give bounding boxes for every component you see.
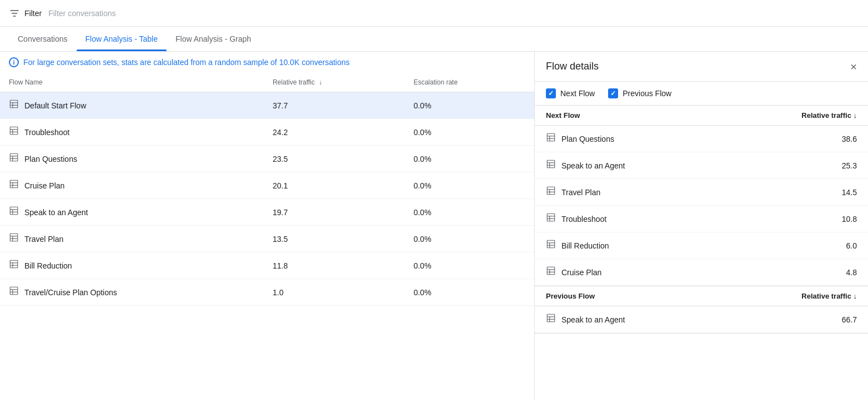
table-row[interactable]: Troubleshoot 24.2 0.0% xyxy=(0,119,534,146)
filter-bar: Filter Filter conversations xyxy=(0,0,868,27)
prev-flow-row-icon xyxy=(546,313,556,326)
col-flow-name: Flow Name xyxy=(0,73,264,92)
next-flow-row-traffic: 6.0 xyxy=(724,232,868,259)
flow-row-name: Speak to an Agent xyxy=(24,208,88,217)
next-flow-name-cell: Travel Plan xyxy=(535,179,724,206)
tab-flow-analysis-graph[interactable]: Flow Analysis - Graph xyxy=(167,27,260,51)
flow-row-traffic: 37.7 xyxy=(264,92,405,119)
flow-row-name: Cruise Plan xyxy=(24,181,64,190)
flow-row-icon xyxy=(9,99,19,112)
flow-row-icon xyxy=(9,259,19,272)
next-flow-name-cell: Plan Questions xyxy=(535,126,724,152)
flow-row-icon xyxy=(9,126,19,138)
tab-flow-analysis-table[interactable]: Flow Analysis - Table xyxy=(77,27,167,51)
checkbox-next-flow-box: ✓ xyxy=(546,88,556,98)
flow-name-cell: Plan Questions xyxy=(0,146,264,172)
col-relative-traffic[interactable]: Relative traffic ↓ xyxy=(264,73,405,92)
flow-row-escalation: 0.0% xyxy=(405,252,534,279)
next-flow-name-cell: Speak to an Agent xyxy=(535,152,724,179)
prev-flow-row[interactable]: Speak to an Agent 66.7 xyxy=(535,306,868,333)
svg-rect-35 xyxy=(547,133,555,141)
info-text: For large conversation sets, stats are c… xyxy=(23,58,350,67)
flow-row-name: Plan Questions xyxy=(24,155,77,163)
next-flow-row-name: Bill Reduction xyxy=(561,241,609,250)
table-row[interactable]: Travel Plan 13.5 0.0% xyxy=(0,226,534,252)
tab-conversations[interactable]: Conversations xyxy=(9,27,77,51)
svg-rect-15 xyxy=(10,180,18,188)
flow-row-name: Troubleshoot xyxy=(24,128,69,137)
next-flow-row[interactable]: Troubleshoot 10.8 xyxy=(535,206,868,232)
svg-rect-11 xyxy=(10,153,18,161)
next-flow-row-name: Troubleshoot xyxy=(561,215,606,224)
flow-row-traffic: 19.7 xyxy=(264,199,405,226)
next-flow-row-traffic: 10.8 xyxy=(724,206,868,232)
flow-row-name: Travel/Cruise Plan Options xyxy=(24,288,117,297)
next-flow-col-traffic: Relative traffic ↓ xyxy=(724,106,868,126)
prev-flow-row-name: Speak to an Agent xyxy=(561,315,625,324)
flow-name-cell: Speak to an Agent xyxy=(0,199,264,226)
details-checkboxes: ✓ Next Flow ✓ Previous Flow xyxy=(535,82,868,106)
prev-flow-col-traffic: Relative traffic ↓ xyxy=(724,286,868,306)
prev-flow-col-name: Previous Flow xyxy=(535,286,724,306)
next-flow-name-cell: Bill Reduction xyxy=(535,232,724,259)
next-flow-row-traffic: 4.8 xyxy=(724,259,868,286)
next-flow-row-name: Cruise Plan xyxy=(561,268,601,277)
next-flow-row-icon xyxy=(546,212,556,225)
next-flow-col-name: Next Flow xyxy=(535,106,724,126)
table-row[interactable]: Speak to an Agent 19.7 0.0% xyxy=(0,199,534,226)
next-flow-row-name: Plan Questions xyxy=(561,135,614,143)
checkbox-previous-flow-box: ✓ xyxy=(608,88,618,98)
flow-row-traffic: 13.5 xyxy=(264,226,405,252)
next-flow-row-traffic: 38.6 xyxy=(724,126,868,152)
svg-rect-27 xyxy=(10,260,18,268)
flow-row-escalation: 0.0% xyxy=(405,119,534,146)
svg-rect-39 xyxy=(547,160,555,168)
prev-flow-sort-arrow: ↓ xyxy=(854,292,857,300)
next-flow-table: Next Flow Relative traffic ↓ Plan xyxy=(535,106,868,286)
table-row[interactable]: Travel/Cruise Plan Options 1.0 0.0% xyxy=(0,279,534,306)
flow-name-cell: Bill Reduction xyxy=(0,252,264,279)
checkbox-next-flow[interactable]: ✓ Next Flow xyxy=(546,88,595,98)
flow-name-cell: Cruise Plan xyxy=(0,172,264,199)
flow-row-icon xyxy=(9,179,19,192)
next-flow-row[interactable]: Plan Questions 38.6 xyxy=(535,126,868,152)
checkbox-previous-flow-label: Previous Flow xyxy=(623,89,671,98)
next-flow-row[interactable]: Bill Reduction 6.0 xyxy=(535,232,868,259)
svg-rect-47 xyxy=(547,214,555,221)
table-row[interactable]: Default Start Flow 37.7 0.0% xyxy=(0,92,534,119)
checkbox-previous-flow[interactable]: ✓ Previous Flow xyxy=(608,88,671,98)
flow-name-cell: Travel/Cruise Plan Options xyxy=(0,279,264,306)
flow-row-name: Travel Plan xyxy=(24,235,63,244)
left-panel: i For large conversation sets, stats are… xyxy=(0,52,535,400)
next-flow-row[interactable]: Speak to an Agent 25.3 xyxy=(535,152,868,179)
flow-row-traffic: 11.8 xyxy=(264,252,405,279)
flow-name-cell: Default Start Flow xyxy=(0,92,264,119)
flow-row-icon xyxy=(9,206,19,219)
flow-row-icon xyxy=(9,286,19,299)
svg-rect-23 xyxy=(10,234,18,241)
flow-name-cell: Travel Plan xyxy=(0,226,264,252)
next-flow-row[interactable]: Travel Plan 14.5 xyxy=(535,179,868,206)
next-flow-name-cell: Cruise Plan xyxy=(535,259,724,286)
next-flow-row-traffic: 14.5 xyxy=(724,179,868,206)
close-button[interactable]: × xyxy=(850,61,857,72)
sort-arrow-traffic: ↓ xyxy=(319,78,322,86)
table-row[interactable]: Bill Reduction 11.8 0.0% xyxy=(0,252,534,279)
checkbox-next-flow-label: Next Flow xyxy=(560,89,595,98)
filter-icon xyxy=(9,8,20,19)
next-flow-row[interactable]: Cruise Plan 4.8 xyxy=(535,259,868,286)
svg-rect-55 xyxy=(547,267,555,275)
info-icon: i xyxy=(9,57,19,67)
svg-rect-3 xyxy=(10,100,18,108)
flow-row-escalation: 0.0% xyxy=(405,199,534,226)
flow-row-traffic: 24.2 xyxy=(264,119,405,146)
table-row[interactable]: Plan Questions 23.5 0.0% xyxy=(0,146,534,172)
flow-table: Flow Name Relative traffic ↓ Escalation … xyxy=(0,73,534,306)
flow-row-escalation: 0.0% xyxy=(405,172,534,199)
svg-rect-31 xyxy=(10,287,18,295)
svg-rect-43 xyxy=(547,187,555,195)
next-flow-row-icon xyxy=(546,239,556,252)
table-row[interactable]: Cruise Plan 20.1 0.0% xyxy=(0,172,534,199)
next-flow-row-name: Speak to an Agent xyxy=(561,161,625,170)
col-escalation-rate: Escalation rate xyxy=(405,73,534,92)
